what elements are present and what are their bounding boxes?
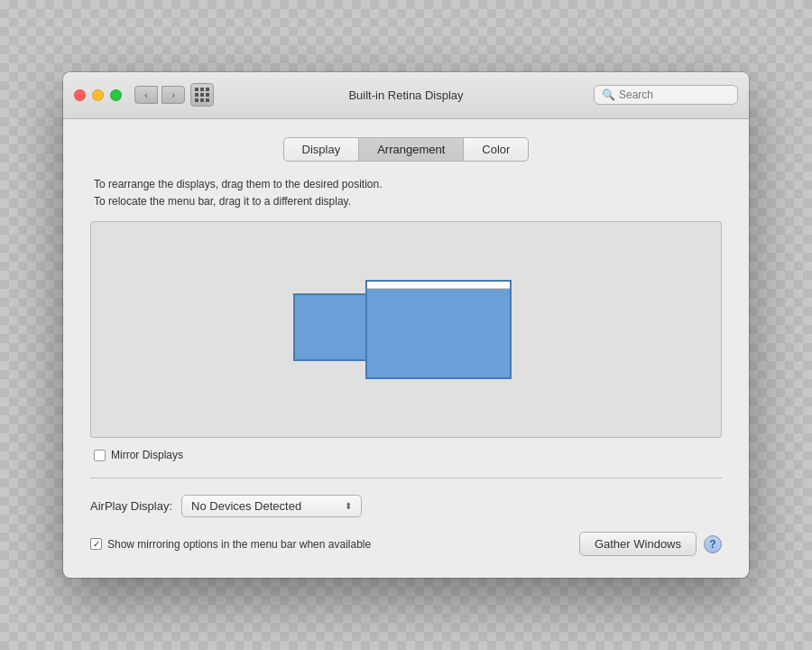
- minimize-button[interactable]: [92, 89, 104, 101]
- titlebar: ‹ › Built-in Retina Display 🔍: [63, 72, 749, 119]
- separator: [90, 478, 722, 478]
- mirror-displays-label: Mirror Displays: [111, 449, 183, 461]
- display-canvas[interactable]: [90, 221, 722, 438]
- app-grid-button[interactable]: [190, 83, 214, 107]
- bottom-row: ✓ Show mirroring options in the menu bar…: [90, 532, 722, 556]
- bottom-right-buttons: Gather Windows ?: [579, 532, 722, 556]
- primary-display[interactable]: [365, 280, 512, 379]
- airplay-row: AirPlay Display: No Devices Detected ⬍: [90, 495, 722, 517]
- traffic-lights: [74, 89, 122, 101]
- search-icon: 🔍: [602, 88, 615, 101]
- airplay-dropdown-value: No Devices Detected: [191, 499, 301, 513]
- display-arrangement: [293, 280, 519, 379]
- close-button[interactable]: [74, 89, 86, 101]
- dropdown-arrow-icon: ⬍: [345, 501, 352, 511]
- checkmark-icon: ✓: [93, 540, 100, 549]
- grid-icon: [195, 88, 209, 102]
- instruction-line2: To relocate the menu bar, drag it to a d…: [94, 193, 722, 210]
- show-mirroring-checkbox[interactable]: ✓: [90, 538, 102, 550]
- back-button[interactable]: ‹: [134, 86, 158, 104]
- tab-color[interactable]: Color: [464, 137, 529, 162]
- content-area: Display Arrangement Color To rearrange t…: [63, 119, 749, 578]
- airplay-label: AirPlay Display:: [90, 499, 172, 513]
- instruction-line1: To rearrange the displays, drag them to …: [94, 176, 722, 193]
- show-mirroring-label: Show mirroring options in the menu bar w…: [107, 538, 371, 551]
- mirror-displays-checkbox[interactable]: [94, 450, 106, 461]
- search-input[interactable]: [619, 88, 730, 101]
- tab-bar: Display Arrangement Color: [90, 137, 722, 162]
- window-title: Built-in Retina Display: [348, 88, 463, 102]
- maximize-button[interactable]: [110, 89, 122, 101]
- search-box[interactable]: 🔍: [594, 85, 738, 105]
- tab-arrangement[interactable]: Arrangement: [359, 137, 464, 162]
- nav-buttons: ‹ ›: [134, 86, 185, 104]
- instructions: To rearrange the displays, drag them to …: [94, 176, 722, 210]
- help-button[interactable]: ?: [704, 535, 722, 553]
- menu-bar-indicator: [367, 282, 510, 289]
- mirror-displays-row: Mirror Displays: [94, 449, 722, 461]
- airplay-dropdown[interactable]: No Devices Detected ⬍: [181, 495, 362, 517]
- main-window: ‹ › Built-in Retina Display 🔍 Display Ar…: [63, 72, 749, 578]
- show-mirroring-row: ✓ Show mirroring options in the menu bar…: [90, 538, 371, 551]
- gather-windows-button[interactable]: Gather Windows: [579, 532, 697, 556]
- forward-button[interactable]: ›: [161, 86, 185, 104]
- tab-display[interactable]: Display: [283, 137, 360, 162]
- secondary-display[interactable]: [293, 293, 373, 361]
